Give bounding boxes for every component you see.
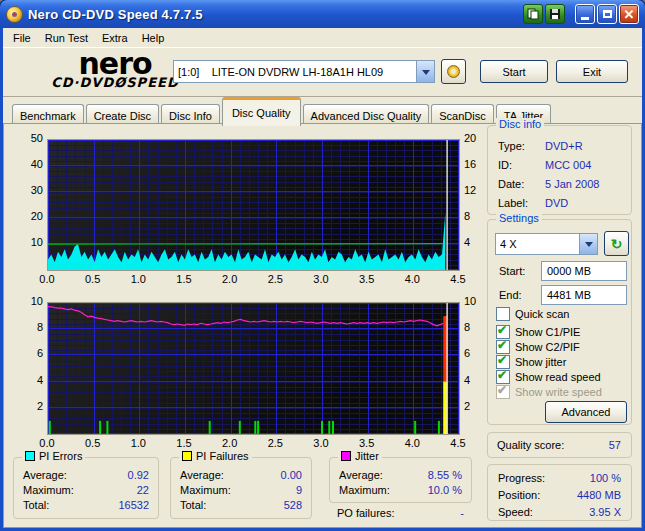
check-icon: ✔ — [497, 353, 507, 367]
axis-tick-label: 1.5 — [172, 437, 196, 449]
check-icon: ✔ — [497, 338, 507, 352]
disc-info-row-label: Label: — [498, 197, 528, 209]
axis-tick-label: 1.5 — [172, 273, 196, 285]
po-failures-value: - — [423, 507, 464, 519]
stats-row-value: 0.00 — [281, 469, 302, 481]
axis-tick-label: 12 — [464, 184, 476, 196]
menu-bar: FileRun TestExtraHelp — [3, 28, 642, 47]
advanced-button[interactable]: Advanced — [545, 401, 627, 423]
checkbox-show-c1-pie[interactable]: ✔Show C1/PIE — [496, 325, 580, 339]
progress-row-label: Speed: — [498, 506, 533, 518]
start-field[interactable]: 0000 MB — [541, 261, 627, 281]
start-button[interactable]: Start — [480, 60, 548, 83]
disc-info-group: Disc info Type:DVD+RID:MCC 004Date:5 Jan… — [487, 125, 632, 215]
legend-swatch-icon — [25, 451, 35, 461]
pi-failures-stats-group: PI FailuresAverage:0.00Maximum:9Total:52… — [170, 457, 312, 519]
save-report-button[interactable] — [545, 4, 565, 24]
chevron-down-icon[interactable] — [579, 234, 597, 254]
stats-row-value: 8.55 % — [428, 469, 462, 481]
jitter-stats-group: JitterAverage:8.55 %Maximum:10.0 % — [329, 457, 472, 503]
close-button[interactable]: ✕ — [619, 4, 639, 24]
disc-info-row-label: Date: — [498, 178, 524, 190]
stats-row-value: 528 — [284, 499, 302, 511]
menu-item-file[interactable]: File — [6, 30, 38, 46]
stats-title-text: PI Errors — [39, 450, 82, 462]
settings-field-label: End: — [499, 289, 522, 301]
client-area: FileRun TestExtraHelp nero CD·DVDØSPEED … — [3, 28, 642, 528]
axis-tick-label: 20 — [17, 210, 43, 222]
checkbox-show-c2-pif[interactable]: ✔Show C2/PIF — [496, 340, 580, 354]
axis-tick-label: 20 — [464, 132, 476, 144]
exit-button[interactable]: Exit — [556, 60, 628, 83]
axis-tick-label: 6 — [464, 347, 470, 359]
drive-selector[interactable]: [1:0] LITE-ON DVDRW LH-18A1H HL09 — [173, 60, 435, 83]
axis-tick-label: 8 — [464, 321, 470, 333]
po-failures-label: PO failures: — [337, 507, 394, 519]
refresh-button[interactable]: ↻ — [604, 231, 629, 256]
axis-tick-label: 0.0 — [35, 273, 59, 285]
checkbox-label: Show read speed — [515, 371, 601, 383]
axis-tick-label: 2 — [464, 400, 470, 412]
checkbox-show-jitter[interactable]: ✔Show jitter — [496, 355, 566, 369]
stats-title-text: Jitter — [355, 450, 379, 462]
axis-tick-label: 6 — [17, 347, 43, 359]
minimize-button[interactable] — [575, 4, 595, 24]
stats-row-label: Average: — [339, 469, 383, 481]
eject-disc-button[interactable] — [441, 59, 466, 84]
checkbox-box[interactable]: ✔ — [496, 340, 510, 354]
copy-icon — [527, 8, 539, 20]
axis-tick-label: 4 — [464, 374, 470, 386]
axis-tick-label: 1.0 — [126, 273, 150, 285]
check-icon: ✔ — [497, 323, 507, 337]
settings-group: Settings 4 X ↻ Advanced Start:0000 MBEnd… — [487, 219, 632, 425]
progress-row-value: 4480 MB — [577, 489, 621, 501]
disc-info-row-value: MCC 004 — [545, 159, 591, 171]
axis-tick-label: 2.0 — [218, 273, 242, 285]
checkbox-box[interactable]: ✔ — [496, 355, 510, 369]
drive-selector-value: [1:0] LITE-ON DVDRW LH-18A1H HL09 — [174, 66, 416, 78]
stats-row-value: 22 — [137, 484, 149, 496]
speed-selector[interactable]: 4 X — [495, 233, 598, 255]
pi-errors-stats-group: PI ErrorsAverage:0.92Maximum:22Total:165… — [13, 457, 159, 519]
axis-tick-label: 4.5 — [446, 437, 470, 449]
checkbox-box: ✔ — [496, 385, 510, 399]
stats-row-value: 16532 — [118, 499, 149, 511]
axis-tick-label: 8 — [17, 321, 43, 333]
axis-tick-label: 10 — [464, 295, 476, 307]
disc-info-title: Disc info — [496, 118, 544, 130]
copy-report-button[interactable] — [523, 4, 543, 24]
app-icon — [6, 6, 23, 23]
chevron-down-icon[interactable] — [416, 61, 434, 82]
menu-item-run-test[interactable]: Run Test — [38, 30, 95, 46]
stats-row-label: Maximum: — [23, 484, 74, 496]
axis-tick-label: 2.5 — [263, 437, 287, 449]
axis-tick-label: 2.5 — [263, 273, 287, 285]
disc-info-row-value: DVD — [545, 197, 568, 209]
end-field[interactable]: 4481 MB — [541, 285, 627, 305]
quality-score-value: 57 — [609, 439, 621, 451]
stats-row-label: Maximum: — [339, 484, 390, 496]
maximize-button[interactable] — [597, 4, 617, 24]
toolbar-header: nero CD·DVDØSPEED [1:0] LITE-ON DVDRW LH… — [3, 47, 642, 97]
axis-tick-label: 4 — [464, 236, 470, 248]
quality-score-group: Quality score: 57 — [487, 432, 632, 458]
close-icon: ✕ — [624, 8, 635, 21]
checkbox-box[interactable]: ✔ — [496, 325, 510, 339]
stats-row-label: Total: — [180, 499, 206, 511]
menu-item-help[interactable]: Help — [135, 30, 172, 46]
axis-tick-label: 1.0 — [126, 437, 150, 449]
menu-item-extra[interactable]: Extra — [95, 30, 135, 46]
stats-title: PI Failures — [179, 450, 252, 462]
checkbox-label: Quick scan — [515, 308, 569, 320]
axis-tick-label: 4 — [17, 374, 43, 386]
checkbox-box[interactable] — [496, 307, 510, 321]
axis-tick-label: 8 — [464, 210, 470, 222]
checkbox-box[interactable]: ✔ — [496, 370, 510, 384]
axis-tick-label: 4.0 — [400, 437, 424, 449]
axis-tick-label: 3.0 — [309, 273, 333, 285]
checkbox-show-read-speed[interactable]: ✔Show read speed — [496, 370, 601, 384]
settings-field-label: Start: — [499, 265, 525, 277]
axis-tick-label: 0.5 — [81, 437, 105, 449]
tab-disc-quality[interactable]: Disc Quality — [222, 97, 301, 126]
checkbox-quick-scan[interactable]: Quick scan — [496, 307, 569, 321]
